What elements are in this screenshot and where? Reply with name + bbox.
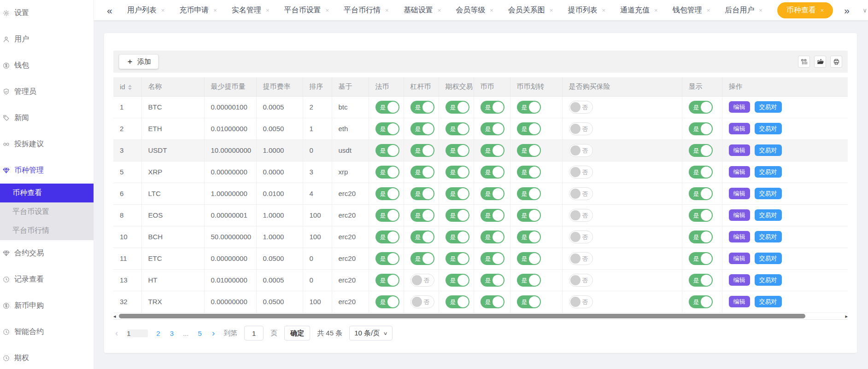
toggle-show[interactable]: 是 <box>689 101 713 114</box>
print-icon[interactable] <box>830 56 842 68</box>
tab-close-icon[interactable]: × <box>266 7 270 14</box>
tab-close-icon[interactable]: × <box>438 7 441 14</box>
toggle-show[interactable]: 是 <box>689 231 713 243</box>
edit-button[interactable]: 编辑 <box>729 253 750 264</box>
toggle-fiat[interactable]: 是 <box>375 166 399 179</box>
toggle-fiat[interactable]: 是 <box>375 209 399 222</box>
pair-button[interactable]: 交易对 <box>755 101 782 113</box>
toggle-insurance[interactable]: 否 <box>569 274 593 287</box>
pair-button[interactable]: 交易对 <box>755 209 782 221</box>
tab[interactable]: 会员等级× <box>456 6 493 15</box>
toggle-lever[interactable]: 是 <box>411 231 434 243</box>
toggle-coin[interactable]: 是 <box>481 252 504 265</box>
column-filter-icon[interactable] <box>798 56 810 68</box>
tab-close-icon[interactable]: × <box>161 7 165 14</box>
tab[interactable]: 通道充值× <box>620 6 658 15</box>
sidebar-item[interactable]: 设置 <box>0 0 94 26</box>
tab-close-icon[interactable]: × <box>325 7 329 14</box>
pair-button[interactable]: 交易对 <box>755 296 782 307</box>
tab-close-icon[interactable]: × <box>385 7 389 14</box>
toggle-coin[interactable]: 是 <box>481 122 504 135</box>
page-number[interactable]: 5 <box>197 329 203 337</box>
toggle-coin[interactable]: 是 <box>481 209 504 222</box>
sidebar-item[interactable]: 钱包 <box>0 52 94 79</box>
toggle-lever[interactable]: 是 <box>411 187 434 200</box>
toggle-option[interactable]: 是 <box>446 122 469 135</box>
toggle-option[interactable]: 是 <box>446 209 469 222</box>
page-number[interactable]: 3 <box>169 329 175 337</box>
tab-close-icon[interactable]: × <box>213 7 217 14</box>
tab[interactable]: 充币申请× <box>179 6 217 15</box>
toggle-show[interactable]: 是 <box>689 166 713 179</box>
tab[interactable]: 平台币设置× <box>284 6 329 15</box>
toggle-option[interactable]: 是 <box>446 101 469 114</box>
toggle-coin[interactable]: 是 <box>481 166 504 179</box>
toggle-show[interactable]: 是 <box>689 144 713 157</box>
toggle-show[interactable]: 是 <box>689 252 713 265</box>
pair-button[interactable]: 交易对 <box>755 253 782 264</box>
edit-button[interactable]: 编辑 <box>729 209 750 221</box>
toggle-transfer[interactable]: 是 <box>517 274 541 287</box>
toggle-coin[interactable]: 是 <box>481 187 504 200</box>
toggle-option[interactable]: 是 <box>446 231 469 243</box>
sidebar-subitem[interactable]: 币种查看 <box>0 184 94 202</box>
page-number-current[interactable]: 1 <box>127 329 148 337</box>
toggle-transfer[interactable]: 是 <box>517 122 541 135</box>
edit-button[interactable]: 编辑 <box>729 123 750 134</box>
toggle-lever[interactable]: 是 <box>411 101 434 114</box>
tab[interactable]: 提币列表× <box>568 6 605 15</box>
edit-button[interactable]: 编辑 <box>729 101 750 113</box>
toggle-transfer[interactable]: 是 <box>517 295 541 308</box>
tab-close-icon[interactable]: × <box>550 7 553 14</box>
toggle-transfer[interactable]: 是 <box>517 166 541 179</box>
tab-close-icon[interactable]: × <box>490 7 493 14</box>
tab[interactable]: 用户列表× <box>127 6 165 15</box>
add-button[interactable]: ＋ 添加 <box>119 54 158 69</box>
sidebar-item[interactable]: 新闻 <box>0 105 94 131</box>
sidebar-item[interactable]: 币种管理 <box>0 157 94 184</box>
tab-close-icon[interactable]: × <box>707 7 710 14</box>
toggle-show[interactable]: 是 <box>689 187 713 200</box>
toggle-insurance[interactable]: 否 <box>569 209 593 222</box>
sort-icons[interactable] <box>128 85 132 90</box>
pair-button[interactable]: 交易对 <box>755 231 782 242</box>
toggle-lever[interactable]: 是 <box>411 252 434 265</box>
tabs-scroll-right-icon[interactable]: » <box>844 6 850 15</box>
sidebar-item[interactable]: 合约交易 <box>0 240 94 266</box>
sidebar-item[interactable]: 用户 <box>0 26 94 52</box>
pair-button[interactable]: 交易对 <box>755 166 782 178</box>
toggle-option[interactable]: 是 <box>446 166 469 179</box>
toggle-insurance[interactable]: 否 <box>569 122 593 135</box>
edit-button[interactable]: 编辑 <box>729 188 750 199</box>
toggle-show[interactable]: 是 <box>689 209 713 222</box>
next-page-icon[interactable]: › <box>210 326 217 340</box>
sidebar-item[interactable]: 投拆建议 <box>0 131 94 157</box>
sidebar-item[interactable]: 记录查看 <box>0 266 94 293</box>
tab[interactable]: 会员关系图× <box>508 6 553 15</box>
toggle-insurance[interactable]: 否 <box>569 166 593 179</box>
toggle-lever[interactable]: 是 <box>411 122 434 135</box>
toggle-fiat[interactable]: 是 <box>375 252 399 265</box>
sort-asc-icon[interactable] <box>128 85 132 87</box>
toggle-option[interactable]: 是 <box>446 187 469 200</box>
edit-button[interactable]: 编辑 <box>729 144 750 156</box>
edit-button[interactable]: 编辑 <box>729 231 750 242</box>
scrollbar-right-arrow-icon[interactable]: ▸ <box>845 313 848 319</box>
goto-page-input[interactable] <box>244 326 264 340</box>
toggle-option[interactable]: 是 <box>446 252 469 265</box>
toggle-transfer[interactable]: 是 <box>517 144 541 157</box>
toggle-lever[interactable]: 否 <box>411 274 434 287</box>
toggle-transfer[interactable]: 是 <box>517 209 541 222</box>
sidebar-item[interactable]: 新币申购 <box>0 293 94 319</box>
sidebar-subitem[interactable]: 平台币行情 <box>0 221 94 240</box>
tab[interactable]: 币种查看× <box>777 2 833 18</box>
scrollbar-left-arrow-icon[interactable]: ◂ <box>113 313 116 319</box>
sort-desc-icon[interactable] <box>128 88 132 90</box>
tab-close-icon[interactable]: × <box>602 7 605 14</box>
toggle-insurance[interactable]: 否 <box>569 295 593 308</box>
toggle-show[interactable]: 是 <box>689 122 713 135</box>
edit-button[interactable]: 编辑 <box>729 296 750 307</box>
sidebar-item[interactable]: 管理员 <box>0 79 94 105</box>
toggle-fiat[interactable]: 是 <box>375 101 399 114</box>
sidebar-item[interactable]: 期权 <box>0 345 94 369</box>
